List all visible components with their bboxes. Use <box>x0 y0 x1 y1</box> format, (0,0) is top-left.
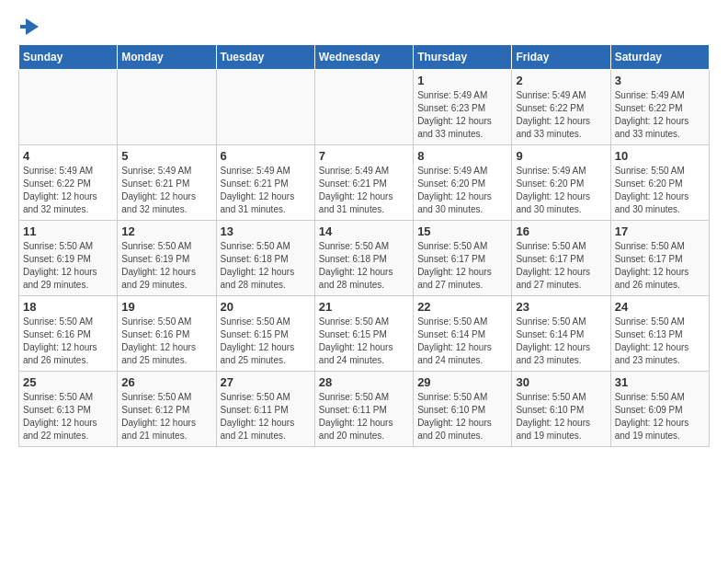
day-cell: 23Sunrise: 5:50 AM Sunset: 6:14 PM Dayli… <box>512 296 610 372</box>
day-info: Sunrise: 5:50 AM Sunset: 6:10 PM Dayligh… <box>516 391 606 442</box>
column-header-thursday: Thursday <box>414 45 512 70</box>
day-info: Sunrise: 5:49 AM Sunset: 6:20 PM Dayligh… <box>417 165 507 216</box>
day-info: Sunrise: 5:50 AM Sunset: 6:13 PM Dayligh… <box>23 391 113 442</box>
day-number: 4 <box>23 149 113 163</box>
day-number: 28 <box>319 375 409 389</box>
column-header-sunday: Sunday <box>19 45 118 70</box>
column-header-wednesday: Wednesday <box>314 45 413 70</box>
day-cell: 8Sunrise: 5:49 AM Sunset: 6:20 PM Daylig… <box>414 145 512 221</box>
day-cell: 13Sunrise: 5:50 AM Sunset: 6:18 PM Dayli… <box>216 221 314 296</box>
day-info: Sunrise: 5:50 AM Sunset: 6:19 PM Dayligh… <box>121 240 211 292</box>
day-info: Sunrise: 5:49 AM Sunset: 6:21 PM Dayligh… <box>221 165 311 216</box>
day-info: Sunrise: 5:50 AM Sunset: 6:16 PM Dayligh… <box>121 316 211 367</box>
day-cell: 1Sunrise: 5:49 AM Sunset: 6:23 PM Daylig… <box>414 70 512 145</box>
day-number: 1 <box>417 74 507 87</box>
day-cell: 3Sunrise: 5:49 AM Sunset: 6:22 PM Daylig… <box>610 70 709 145</box>
day-cell: 21Sunrise: 5:50 AM Sunset: 6:15 PM Dayli… <box>314 296 413 372</box>
day-number: 3 <box>615 74 705 87</box>
day-cell: 27Sunrise: 5:50 AM Sunset: 6:11 PM Dayli… <box>216 372 314 447</box>
day-info: Sunrise: 5:50 AM Sunset: 6:18 PM Dayligh… <box>221 240 311 292</box>
svg-rect-1 <box>20 25 29 29</box>
day-info: Sunrise: 5:50 AM Sunset: 6:14 PM Dayligh… <box>417 316 507 367</box>
day-cell <box>118 70 216 145</box>
header <box>18 18 710 35</box>
day-cell: 30Sunrise: 5:50 AM Sunset: 6:10 PM Dayli… <box>512 372 610 447</box>
day-number: 24 <box>615 300 705 314</box>
calendar-body: 1Sunrise: 5:49 AM Sunset: 6:23 PM Daylig… <box>19 70 710 447</box>
column-header-tuesday: Tuesday <box>216 45 314 70</box>
day-number: 7 <box>319 149 409 163</box>
day-cell: 19Sunrise: 5:50 AM Sunset: 6:16 PM Dayli… <box>118 296 216 372</box>
day-info: Sunrise: 5:50 AM Sunset: 6:17 PM Dayligh… <box>615 240 705 292</box>
day-number: 30 <box>516 375 606 389</box>
day-cell: 15Sunrise: 5:50 AM Sunset: 6:17 PM Dayli… <box>414 221 512 296</box>
day-number: 5 <box>121 149 211 163</box>
day-number: 16 <box>516 224 606 238</box>
day-cell: 18Sunrise: 5:50 AM Sunset: 6:16 PM Dayli… <box>19 296 118 372</box>
column-header-saturday: Saturday <box>610 45 709 70</box>
day-number: 15 <box>417 224 507 238</box>
day-info: Sunrise: 5:49 AM Sunset: 6:21 PM Dayligh… <box>319 165 409 216</box>
calendar-header: SundayMondayTuesdayWednesdayThursdayFrid… <box>19 45 710 70</box>
week-row-5: 25Sunrise: 5:50 AM Sunset: 6:13 PM Dayli… <box>19 372 710 447</box>
day-cell: 28Sunrise: 5:50 AM Sunset: 6:11 PM Dayli… <box>314 372 413 447</box>
day-info: Sunrise: 5:50 AM Sunset: 6:14 PM Dayligh… <box>516 316 606 367</box>
day-info: Sunrise: 5:50 AM Sunset: 6:15 PM Dayligh… <box>319 316 409 367</box>
day-info: Sunrise: 5:50 AM Sunset: 6:10 PM Dayligh… <box>417 391 507 442</box>
day-cell: 7Sunrise: 5:49 AM Sunset: 6:21 PM Daylig… <box>314 145 413 221</box>
day-info: Sunrise: 5:50 AM Sunset: 6:09 PM Dayligh… <box>615 391 705 442</box>
day-cell: 26Sunrise: 5:50 AM Sunset: 6:12 PM Dayli… <box>118 372 216 447</box>
day-number: 27 <box>221 375 311 389</box>
day-number: 10 <box>615 149 705 163</box>
day-cell: 17Sunrise: 5:50 AM Sunset: 6:17 PM Dayli… <box>610 221 709 296</box>
day-cell: 14Sunrise: 5:50 AM Sunset: 6:18 PM Dayli… <box>314 221 413 296</box>
day-info: Sunrise: 5:50 AM Sunset: 6:16 PM Dayligh… <box>23 316 113 367</box>
day-info: Sunrise: 5:49 AM Sunset: 6:22 PM Dayligh… <box>23 165 113 216</box>
logo-arrow-icon <box>20 18 44 35</box>
day-number: 18 <box>23 300 113 314</box>
day-info: Sunrise: 5:50 AM Sunset: 6:20 PM Dayligh… <box>615 165 705 216</box>
day-number: 14 <box>319 224 409 238</box>
day-number: 9 <box>516 149 606 163</box>
day-number: 23 <box>516 300 606 314</box>
day-number: 31 <box>615 375 705 389</box>
column-header-monday: Monday <box>118 45 216 70</box>
day-info: Sunrise: 5:50 AM Sunset: 6:11 PM Dayligh… <box>221 391 311 442</box>
day-number: 20 <box>221 300 311 314</box>
calendar-table: SundayMondayTuesdayWednesdayThursdayFrid… <box>18 44 710 447</box>
week-row-1: 1Sunrise: 5:49 AM Sunset: 6:23 PM Daylig… <box>19 70 710 145</box>
day-number: 22 <box>417 300 507 314</box>
day-info: Sunrise: 5:50 AM Sunset: 6:19 PM Dayligh… <box>23 240 113 292</box>
day-number: 19 <box>121 300 211 314</box>
day-cell <box>314 70 413 145</box>
day-cell: 5Sunrise: 5:49 AM Sunset: 6:21 PM Daylig… <box>118 145 216 221</box>
column-header-friday: Friday <box>512 45 610 70</box>
day-info: Sunrise: 5:49 AM Sunset: 6:22 PM Dayligh… <box>516 89 606 141</box>
week-row-4: 18Sunrise: 5:50 AM Sunset: 6:16 PM Dayli… <box>19 296 710 372</box>
day-number: 25 <box>23 375 113 389</box>
week-row-3: 11Sunrise: 5:50 AM Sunset: 6:19 PM Dayli… <box>19 221 710 296</box>
day-info: Sunrise: 5:50 AM Sunset: 6:17 PM Dayligh… <box>516 240 606 292</box>
day-cell: 10Sunrise: 5:50 AM Sunset: 6:20 PM Dayli… <box>610 145 709 221</box>
day-info: Sunrise: 5:49 AM Sunset: 6:22 PM Dayligh… <box>615 89 705 141</box>
day-cell: 16Sunrise: 5:50 AM Sunset: 6:17 PM Dayli… <box>512 221 610 296</box>
day-info: Sunrise: 5:50 AM Sunset: 6:12 PM Dayligh… <box>121 391 211 442</box>
day-cell: 22Sunrise: 5:50 AM Sunset: 6:14 PM Dayli… <box>414 296 512 372</box>
day-cell <box>216 70 314 145</box>
day-number: 12 <box>121 224 211 238</box>
day-cell: 12Sunrise: 5:50 AM Sunset: 6:19 PM Dayli… <box>118 221 216 296</box>
week-row-2: 4Sunrise: 5:49 AM Sunset: 6:22 PM Daylig… <box>19 145 710 221</box>
day-number: 13 <box>221 224 311 238</box>
day-info: Sunrise: 5:50 AM Sunset: 6:15 PM Dayligh… <box>221 316 311 367</box>
day-cell: 29Sunrise: 5:50 AM Sunset: 6:10 PM Dayli… <box>414 372 512 447</box>
day-cell: 6Sunrise: 5:49 AM Sunset: 6:21 PM Daylig… <box>216 145 314 221</box>
day-number: 17 <box>615 224 705 238</box>
logo <box>18 18 44 35</box>
day-number: 11 <box>23 224 113 238</box>
day-number: 26 <box>121 375 211 389</box>
day-number: 2 <box>516 74 606 87</box>
day-cell: 2Sunrise: 5:49 AM Sunset: 6:22 PM Daylig… <box>512 70 610 145</box>
day-info: Sunrise: 5:50 AM Sunset: 6:11 PM Dayligh… <box>319 391 409 442</box>
day-info: Sunrise: 5:49 AM Sunset: 6:21 PM Dayligh… <box>121 165 211 216</box>
day-number: 29 <box>417 375 507 389</box>
